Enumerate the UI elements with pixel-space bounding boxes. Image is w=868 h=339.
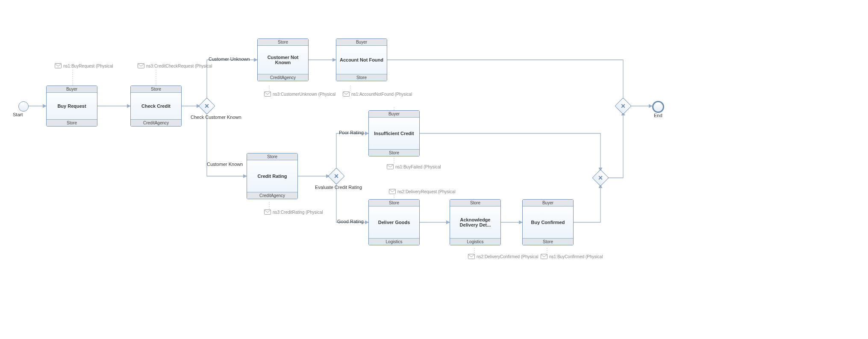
envelope-icon <box>55 63 62 68</box>
envelope-icon <box>389 189 396 194</box>
msg-text: ns1:AccountNotFound (Physical <box>351 92 412 97</box>
task-to: Store <box>369 149 419 156</box>
task-to: Logistics <box>369 238 419 245</box>
task-title: Insufficient Credit <box>369 118 419 149</box>
gateway-check-customer-label: Check Customer Known <box>191 115 241 120</box>
task-deliver-goods[interactable]: Store Deliver Goods Logistics <box>368 199 420 245</box>
task-buy-confirmed[interactable]: Buyer Buy Confirmed Store <box>522 199 574 245</box>
task-account-not-found[interactable]: Buyer Account Not Found Store <box>336 38 387 81</box>
msg-text: ns1:BuyFailed (Physical <box>395 165 441 169</box>
envelope-icon <box>264 209 271 215</box>
task-buy-request[interactable]: Buyer Buy Request Store <box>46 85 97 127</box>
gateway-merge-final[interactable]: × <box>617 100 629 112</box>
gateway-evaluate-rating-label: Evaluate Credit Rating <box>315 185 362 190</box>
task-to: Logistics <box>450 238 500 245</box>
msg-buy-failed: ns1:BuyFailed (Physical <box>387 164 441 169</box>
task-from: Store <box>450 200 500 206</box>
task-title: Credit Rating <box>247 160 297 192</box>
msg-buy-request: ns1:BuyRequest (Physical <box>55 63 113 68</box>
gateway-evaluate-rating[interactable]: × <box>330 170 342 182</box>
task-from: Buyer <box>336 39 387 46</box>
task-to: Store <box>523 238 573 245</box>
branch-poor-rating: Poor Rating <box>339 130 364 135</box>
task-from: Buyer <box>47 86 97 93</box>
task-ack-delivery[interactable]: Store Acknowledge Delivery Det... Logist… <box>450 199 501 245</box>
envelope-icon <box>468 254 475 259</box>
end-label: End <box>654 113 662 118</box>
task-title: Buy Request <box>47 93 97 119</box>
task-title: Check Credit <box>131 93 181 119</box>
task-from: Store <box>131 86 181 93</box>
msg-text: ns2:DeliveryConfirmed (Physical <box>477 254 538 259</box>
envelope-icon <box>541 254 547 259</box>
task-from: Buyer <box>369 111 419 118</box>
task-insufficient-credit[interactable]: Buyer Insufficient Credit Store <box>368 110 420 156</box>
task-from: Store <box>369 200 419 206</box>
task-from: Store <box>258 39 308 46</box>
task-check-credit[interactable]: Store Check Credit CreditAgency <box>130 85 182 127</box>
branch-good-rating: Good Rating <box>337 219 364 224</box>
msg-delivery-request: ns2:DeliveryRequest (Physical <box>389 189 456 194</box>
msg-text: ns3:CreditRating (Physical <box>273 210 323 215</box>
bpmn-canvas: Start End × Check Customer Known × Evalu… <box>0 0 868 339</box>
msg-text: ns1:BuyConfirmed (Physical <box>549 254 603 259</box>
gateway-merge-rating[interactable]: × <box>594 172 606 184</box>
gateway-check-customer[interactable]: × <box>201 100 213 112</box>
msg-buy-confirmed: ns1:BuyConfirmed (Physical <box>541 254 603 259</box>
msg-delivery-confirmed: ns2:DeliveryConfirmed (Physical <box>468 254 538 259</box>
envelope-icon <box>264 91 271 97</box>
branch-customer-known: Customer Known <box>207 162 243 167</box>
msg-check-credit: ns3:CreditCheckRequest (Physical <box>138 63 212 68</box>
task-credit-rating[interactable]: Store Credit Rating CreditAgency <box>247 153 298 199</box>
connectors <box>0 0 868 339</box>
task-title: Customer Not Known <box>258 46 308 74</box>
start-event[interactable] <box>18 101 29 112</box>
task-to: CreditAgency <box>258 74 308 81</box>
task-title: Buy Confirmed <box>523 206 573 238</box>
envelope-icon <box>387 164 394 169</box>
task-to: Store <box>47 119 97 126</box>
msg-customer-unknown: ns3:CustomerUnknown (Physical <box>264 91 335 97</box>
task-title: Deliver Goods <box>369 206 419 238</box>
task-from: Buyer <box>523 200 573 206</box>
msg-text: ns1:BuyRequest (Physical <box>63 64 113 68</box>
msg-text: ns3:CreditCheckRequest (Physical <box>146 64 212 68</box>
branch-customer-unknown: Customer Unknown <box>209 56 250 62</box>
task-title: Account Not Found <box>336 46 387 74</box>
task-to: Store <box>336 74 387 81</box>
msg-credit-rating: ns3:CreditRating (Physical <box>264 209 323 215</box>
envelope-icon <box>138 63 144 68</box>
end-event[interactable] <box>652 101 664 113</box>
msg-account-not-found: ns1:AccountNotFound (Physical <box>343 91 412 97</box>
start-label: Start <box>13 112 23 117</box>
envelope-icon <box>343 91 350 97</box>
task-to: CreditAgency <box>247 192 297 199</box>
msg-text: ns3:CustomerUnknown (Physical <box>273 92 335 97</box>
task-from: Store <box>247 153 297 160</box>
task-title: Acknowledge Delivery Det... <box>450 206 500 238</box>
msg-text: ns2:DeliveryRequest (Physical <box>397 189 456 194</box>
task-customer-not-known[interactable]: Store Customer Not Known CreditAgency <box>257 38 309 81</box>
task-to: CreditAgency <box>131 119 181 126</box>
